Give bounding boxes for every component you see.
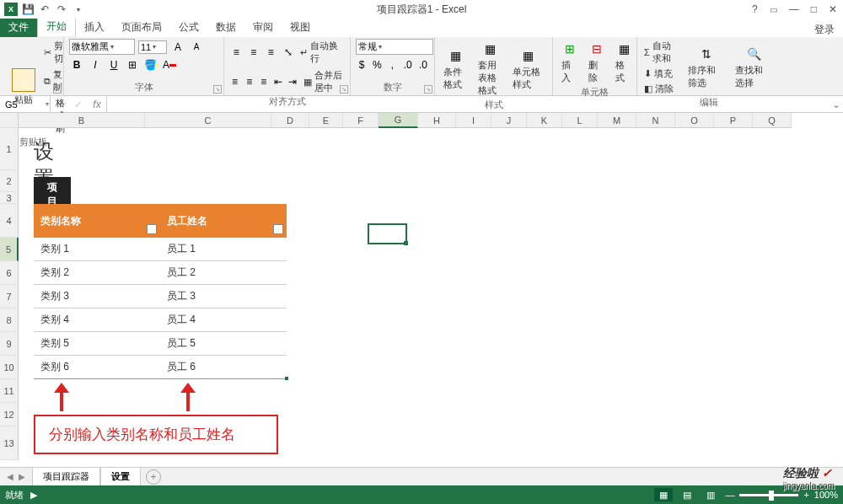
view-page-break-icon[interactable]: ▥ — [701, 488, 720, 501]
col-header[interactable]: E — [309, 113, 343, 128]
percent-icon[interactable]: % — [371, 57, 383, 72]
comma-icon[interactable]: , — [386, 57, 398, 72]
align-center-icon[interactable]: ≡ — [244, 74, 255, 89]
border-button[interactable]: ⊞ — [125, 57, 140, 72]
sort-filter-button[interactable]: ⇅排序和筛选 — [685, 44, 728, 91]
tab-view[interactable]: 视图 — [282, 18, 319, 37]
table-row[interactable]: 类别 3员工 3 — [34, 285, 287, 308]
increase-decimal-icon[interactable]: .0 — [402, 57, 414, 72]
tab-review[interactable]: 审阅 — [244, 18, 282, 37]
col-header[interactable]: M — [598, 113, 636, 128]
col-header[interactable]: C — [145, 113, 271, 128]
align-dialog-icon[interactable]: ↘ — [340, 85, 348, 94]
select-all-corner[interactable] — [0, 113, 19, 128]
filter-icon[interactable]: ▾ — [273, 224, 283, 234]
zoom-in-icon[interactable]: + — [803, 490, 808, 500]
macro-icon[interactable]: ▶ — [30, 490, 37, 501]
clear-button[interactable]: ◧清除 — [642, 82, 681, 96]
filter-icon[interactable]: ▾ — [147, 224, 157, 234]
table-row[interactable]: 类别 4员工 4 — [34, 308, 287, 332]
table-row[interactable]: 类别 6员工 6 — [34, 356, 287, 379]
view-page-layout-icon[interactable]: ▤ — [678, 488, 696, 501]
table-row[interactable]: 类别 1员工 1 — [34, 238, 287, 261]
row-header[interactable]: 3 — [0, 192, 19, 204]
expand-formula-icon[interactable]: ⌄ — [830, 99, 843, 110]
row-header[interactable]: 5 — [0, 238, 19, 261]
tab-data[interactable]: 数据 — [207, 18, 244, 37]
sheet-nav[interactable]: ◀▶ — [0, 472, 32, 481]
conditional-format-button[interactable]: ▦条件格式 — [440, 46, 471, 93]
col-header[interactable]: B — [19, 113, 145, 128]
col-header[interactable]: F — [343, 113, 379, 128]
zoom-level[interactable]: 100% — [814, 490, 838, 500]
login-link[interactable]: 登录 — [814, 23, 843, 37]
row-header[interactable]: 11 — [0, 379, 19, 403]
wrap-text-button[interactable]: ↵自动换行 — [298, 39, 345, 66]
tab-file[interactable]: 文件 — [0, 18, 37, 37]
cell-employee[interactable]: 员工 4 — [160, 308, 287, 331]
autosum-button[interactable]: Σ自动求和 — [642, 39, 681, 66]
help-icon[interactable]: ? — [749, 3, 760, 15]
zoom-slider[interactable] — [739, 494, 798, 496]
font-name-select[interactable]: 微软雅黑▾ — [69, 39, 135, 55]
cell-category[interactable]: 类别 4 — [34, 308, 160, 331]
fill-handle[interactable] — [404, 241, 408, 245]
align-middle-icon[interactable]: ≡ — [247, 45, 261, 60]
increase-font-icon[interactable]: A — [170, 40, 185, 55]
align-right-icon[interactable]: ≡ — [258, 74, 269, 89]
format-cells-button[interactable]: ▦格式 — [612, 39, 636, 86]
cell-category[interactable]: 类别 3 — [34, 285, 160, 308]
fill-color-button[interactable]: 🪣 — [143, 57, 158, 72]
table-format-button[interactable]: ▦套用 表格格式 — [475, 39, 506, 99]
zoom-out-icon[interactable]: — — [725, 490, 734, 500]
close-icon[interactable]: ✕ — [826, 3, 840, 15]
col-header[interactable]: Q — [753, 113, 792, 128]
row-header[interactable]: 1 — [0, 128, 19, 170]
col-header[interactable]: P — [714, 113, 753, 128]
cell-category[interactable]: 类别 2 — [34, 261, 160, 284]
indent-decrease-icon[interactable]: ⇤ — [272, 74, 283, 89]
sheet-tab[interactable]: 项目跟踪器 — [32, 467, 100, 486]
row-header[interactable]: 10 — [0, 356, 19, 379]
orientation-icon[interactable]: ⤡ — [282, 45, 296, 60]
align-top-icon[interactable]: ≡ — [229, 45, 244, 60]
row-header[interactable]: 7 — [0, 285, 19, 308]
col-header[interactable]: I — [456, 113, 491, 128]
row-header[interactable]: 9 — [0, 332, 19, 356]
insert-cells-button[interactable]: ⊞插入 — [558, 39, 582, 86]
col-header[interactable]: D — [271, 113, 309, 128]
cell-category[interactable]: 类别 5 — [34, 332, 160, 355]
merge-center-button[interactable]: ▦合并后居中 — [302, 68, 345, 95]
row-header[interactable]: 13 — [0, 426, 19, 460]
cell-employee[interactable]: 员工 6 — [160, 356, 287, 378]
cell-style-button[interactable]: ▦单元格样式 — [509, 46, 547, 93]
number-dialog-icon[interactable]: ↘ — [424, 85, 432, 94]
view-normal-icon[interactable]: ▦ — [654, 488, 673, 501]
tab-insert[interactable]: 插入 — [76, 18, 113, 37]
add-sheet-button[interactable]: + — [146, 469, 161, 485]
active-cell[interactable] — [368, 223, 407, 244]
font-color-button[interactable]: A — [162, 57, 177, 72]
number-format-select[interactable]: 常规▾ — [356, 39, 433, 55]
align-bottom-icon[interactable]: ≡ — [264, 45, 278, 60]
font-size-select[interactable]: 11▾ — [138, 40, 167, 54]
delete-cells-button[interactable]: ⊟删除 — [585, 39, 609, 86]
cell-employee[interactable]: 员工 2 — [160, 261, 287, 284]
indent-increase-icon[interactable]: ⇥ — [287, 74, 298, 89]
fx-icon[interactable]: fx — [88, 96, 106, 112]
row-header[interactable]: 2 — [0, 170, 19, 192]
col-header[interactable]: J — [491, 113, 527, 128]
find-select-button[interactable]: 🔍查找和选择 — [732, 44, 776, 91]
decrease-decimal-icon[interactable]: .0 — [417, 57, 429, 72]
clipboard-dialog-icon[interactable]: ↘ — [53, 85, 62, 94]
col-header[interactable]: G — [379, 113, 418, 128]
row-header[interactable]: 6 — [0, 261, 19, 285]
ribbon-toggle-icon[interactable]: ▭ — [767, 5, 780, 14]
accept-formula-icon[interactable]: ✓ — [69, 96, 88, 112]
paste-button[interactable]: 粘贴 — [8, 67, 39, 108]
underline-button[interactable]: U — [106, 57, 121, 72]
table-row[interactable]: 类别 5员工 5 — [34, 332, 287, 356]
font-dialog-icon[interactable]: ↘ — [213, 85, 222, 94]
cell-category[interactable]: 类别 1 — [34, 238, 160, 260]
col-header[interactable]: O — [675, 113, 714, 128]
